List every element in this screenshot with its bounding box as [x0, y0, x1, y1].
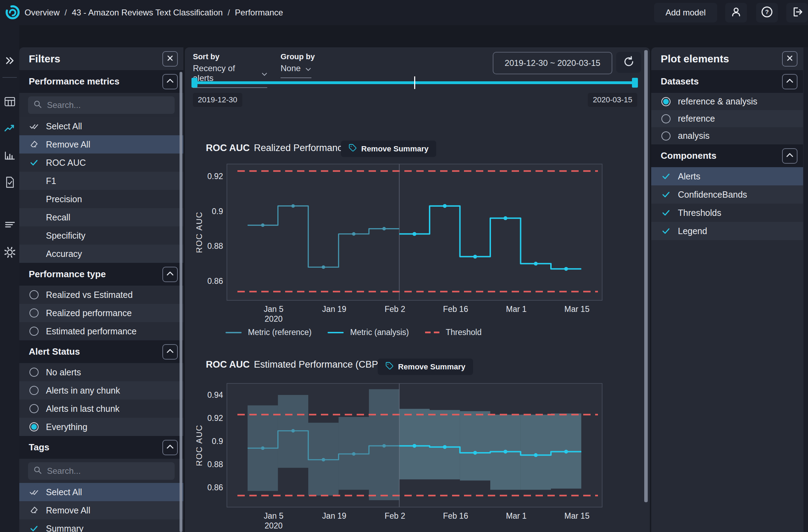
search-row	[19, 93, 183, 117]
check-icon	[29, 523, 39, 532]
radio-control	[29, 368, 39, 377]
settings-gear-icon[interactable]	[3, 245, 17, 261]
date-range-button[interactable]: 2019-12-30 ~ 2020-03-15	[493, 52, 612, 74]
expand-panel-icon[interactable]	[3, 54, 17, 69]
svg-text:Jan 5: Jan 5	[264, 305, 283, 314]
filter-row-specificity[interactable]: Specificity	[19, 226, 183, 245]
filter-radio-realized-performance[interactable]: Realized performance	[19, 304, 183, 322]
radio-control	[29, 290, 39, 299]
radio-icon	[29, 289, 39, 300]
filter-radio-realized-vs-estimated[interactable]: Realized vs Estimated	[19, 286, 183, 304]
filter-row-select-all[interactable]: Select All	[19, 117, 183, 135]
plot-elements-close-button[interactable]	[782, 51, 797, 67]
collapse-section-button[interactable]	[162, 440, 178, 455]
remove-summary-button-realized[interactable]: Remove Summary	[341, 141, 436, 157]
filters-scrollbar[interactable]	[180, 72, 182, 532]
sort-by-select[interactable]: Recency of alerts	[193, 63, 267, 88]
filter-row-accuracy[interactable]: Accuracy	[19, 245, 183, 263]
top-bar: Overview / 43 - Amazon Reviews Text Clas…	[0, 0, 808, 25]
chevron-up-icon	[163, 267, 177, 282]
svg-text:Jan 5: Jan 5	[264, 511, 283, 520]
filter-radio-alerts-in-any-chunk[interactable]: Alerts in any chunk	[19, 381, 183, 400]
breadcrumb-model[interactable]: 43 - Amazon Reviews Text Classification	[72, 8, 223, 18]
logout-button[interactable]	[786, 3, 808, 22]
radio-icon	[29, 385, 39, 396]
row-label: Specificity	[46, 231, 86, 241]
filter-row-remove-all[interactable]: Remove All	[19, 135, 183, 154]
svg-text:Jan 19: Jan 19	[322, 305, 346, 314]
realized-performance-chart[interactable]: 0.920.90.880.86ROC AUCJan 52020Jan 19Feb…	[196, 159, 617, 324]
row-label: No alerts	[46, 367, 81, 377]
collapse-section-button[interactable]	[162, 74, 178, 89]
svg-text:0.9: 0.9	[212, 437, 223, 446]
check-icon	[661, 226, 671, 236]
tag-icon	[385, 362, 393, 372]
component-row-confidencebands[interactable]: ConfidenceBands	[651, 185, 803, 204]
main-scrollbar[interactable]	[644, 50, 648, 502]
breadcrumb-overview[interactable]: Overview	[25, 8, 60, 18]
remove-summary-button-estimated[interactable]: Remove Summary	[378, 359, 473, 375]
group-by-select[interactable]: None	[281, 63, 311, 78]
tag-icon	[349, 144, 357, 154]
filter-row-summary[interactable]: Summary	[19, 519, 183, 532]
slider-current-marker[interactable]	[414, 76, 415, 89]
sort-by-value: Recency of alerts	[193, 63, 257, 83]
breadcrumb-separator: /	[65, 8, 67, 18]
row-label: Select All	[46, 121, 82, 131]
filters-title: Filters	[29, 53, 60, 65]
collapse-section-button[interactable]	[162, 344, 178, 360]
filter-row-f1[interactable]: F1	[19, 172, 183, 190]
check-icon	[29, 176, 39, 186]
report-check-icon[interactable]	[3, 175, 17, 191]
search-input[interactable]	[46, 100, 169, 110]
row-label: Realized vs Estimated	[46, 290, 133, 300]
refresh-button[interactable]	[616, 52, 641, 73]
search-box[interactable]	[28, 462, 175, 480]
filter-section-alert-status: Alert Status	[19, 340, 183, 363]
filter-row-select-all[interactable]: Select All	[19, 483, 183, 501]
search-box[interactable]	[28, 96, 175, 114]
slider-handle-end[interactable]	[632, 78, 638, 88]
dataset-radio-reference-analysis[interactable]: reference & analysis	[651, 93, 803, 110]
legend-label: Metric (reference)	[248, 328, 311, 337]
component-row-legend[interactable]: Legend	[651, 222, 803, 240]
row-label: Summary	[46, 524, 83, 532]
svg-text:Mar 1: Mar 1	[506, 511, 527, 520]
filter-radio-alerts-in-last-chunk[interactable]: Alerts in last chunk	[19, 400, 183, 418]
collapse-section-button[interactable]	[162, 267, 178, 282]
row-label: Legend	[678, 226, 707, 236]
collapse-section-button[interactable]	[782, 74, 797, 89]
filter-row-recall[interactable]: Recall	[19, 208, 183, 226]
data-table-icon[interactable]	[2, 95, 17, 110]
search-input[interactable]	[46, 466, 169, 476]
filter-radio-no-alerts[interactable]: No alerts	[19, 363, 183, 381]
svg-text:0.9: 0.9	[212, 207, 223, 216]
bar-stats-icon[interactable]	[2, 149, 17, 164]
filter-row-remove-all[interactable]: Remove All	[19, 501, 183, 519]
component-row-alerts[interactable]: Alerts	[651, 167, 803, 185]
help-button[interactable]: ?	[756, 3, 778, 22]
performance-trend-icon[interactable]	[2, 122, 17, 137]
radio-control	[29, 327, 39, 336]
logs-list-icon[interactable]	[3, 218, 17, 233]
chevron-up-icon	[163, 440, 177, 455]
dataset-radio-reference[interactable]: reference	[651, 110, 803, 127]
component-row-thresholds[interactable]: Thresholds	[651, 204, 803, 222]
filter-radio-estimated-performance[interactable]: Estimated performance	[19, 322, 183, 340]
row-label: Thresholds	[678, 208, 721, 218]
realized-chart-title: ROC AUCRealized Performance	[206, 143, 348, 154]
svg-text:Feb 2: Feb 2	[385, 305, 405, 314]
user-account-button[interactable]	[725, 3, 747, 22]
estimated-chart-title: ROC AUCEstimated Performance (CBPE)	[206, 359, 388, 370]
filters-close-button[interactable]	[162, 51, 178, 67]
filter-row-roc-auc[interactable]: ROC AUC	[19, 154, 183, 172]
estimated-performance-chart[interactable]: 0.940.920.90.880.86ROC AUCJan 52020Jan 1…	[196, 378, 617, 532]
collapse-section-button[interactable]	[782, 148, 797, 164]
radio-control	[29, 386, 39, 395]
dataset-radio-analysis[interactable]: analysis	[651, 127, 803, 144]
add-model-button[interactable]: Add model	[654, 3, 717, 22]
filter-radio-everything[interactable]: Everything	[19, 418, 183, 436]
filter-section-title: Performance metrics	[29, 76, 120, 87]
slider-handle-start[interactable]	[191, 78, 197, 88]
filter-row-precision[interactable]: Precision	[19, 190, 183, 208]
